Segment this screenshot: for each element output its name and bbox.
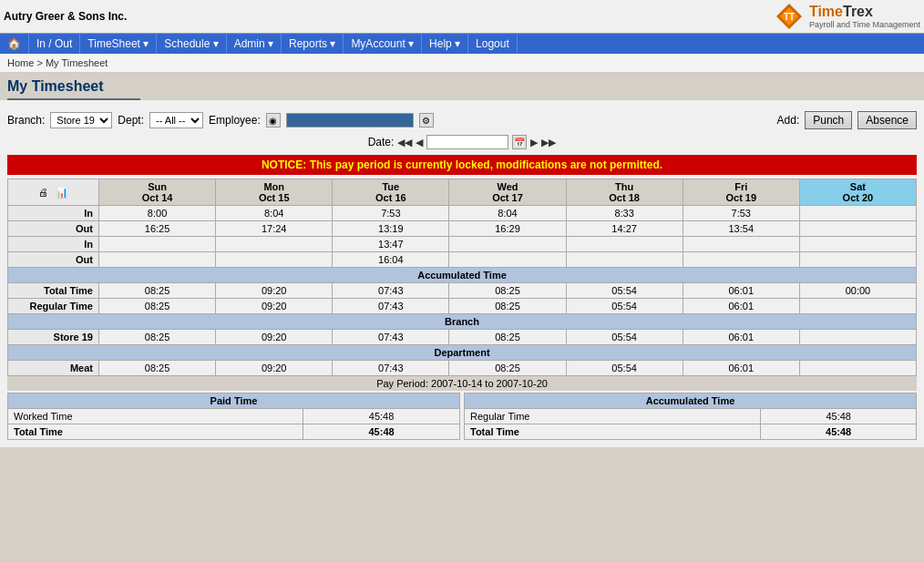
out2-wed <box>449 252 566 268</box>
in1-sun: 8:00 <box>99 206 216 221</box>
logo-time: Time <box>809 4 843 19</box>
in2-wed <box>449 237 566 252</box>
date-input[interactable]: 2007-10-20 <box>426 135 508 149</box>
date-next[interactable]: ▶ <box>530 137 538 148</box>
company-name: Autry Greer & Sons Inc. <box>4 10 127 23</box>
day-tue: TueOct 16 <box>333 179 449 206</box>
worked-time-label: Worked Time <box>8 409 303 424</box>
paid-total-label: Total Time <box>8 424 303 440</box>
logo-tagline: Payroll and Time Management <box>809 20 920 29</box>
in1-mon: 8:04 <box>216 206 333 221</box>
out1-mon: 17:24 <box>216 221 333 237</box>
nav-reports[interactable]: Reports ▾ <box>282 34 344 54</box>
out1-thu: 14:27 <box>566 221 683 237</box>
store19-mon: 09:20 <box>216 330 333 345</box>
branch-select[interactable]: Store 19 <box>50 112 112 128</box>
day-mon: MonOct 15 <box>216 179 333 206</box>
logo-icon: TT <box>775 2 804 31</box>
dept-header-row: Department <box>8 345 917 361</box>
reg-wed: 08:25 <box>449 299 566 314</box>
employee-icon-left[interactable]: ◉ <box>266 113 281 128</box>
dept-select[interactable]: -- All -- <box>149 112 203 128</box>
in2-mon <box>216 237 333 252</box>
worked-time-row: Worked Time 45:48 <box>8 409 460 424</box>
notice-prefix: NOTICE: <box>262 158 306 171</box>
paid-total-value: 45:48 <box>303 424 460 440</box>
reg-sat <box>799 299 916 314</box>
total-sat: 00:00 <box>799 283 916 299</box>
store19-sat <box>799 330 916 345</box>
nav-help[interactable]: Help ▾ <box>422 34 468 54</box>
dept-label: Dept: <box>118 114 144 127</box>
row-regular-time: Regular Time 08:25 09:20 07:43 08:25 05:… <box>8 299 917 314</box>
dept-header: Department <box>8 345 917 361</box>
acc-regular-row: Regular Time 45:48 <box>465 409 917 424</box>
employee-icon-right[interactable]: ⚙ <box>419 113 434 128</box>
out2-mon <box>216 252 333 268</box>
print-icon[interactable]: 🖨 <box>38 187 48 198</box>
total-time-label: Total Time <box>8 283 99 299</box>
paid-total-row: Total Time 45:48 <box>8 424 460 440</box>
nav-timesheet[interactable]: TimeSheet ▾ <box>80 34 157 54</box>
branch-header: Branch <box>8 314 917 330</box>
nav-in-out[interactable]: In / Out <box>29 34 80 54</box>
calendar-icon[interactable]: 📅 <box>512 135 527 149</box>
date-prev-prev[interactable]: ◀◀ <box>397 137 412 148</box>
acc-regular-label: Regular Time <box>465 409 761 424</box>
store19-label: Store 19 <box>8 330 99 345</box>
nav-home[interactable]: 🏠 <box>0 34 29 54</box>
out2-fri <box>683 252 799 268</box>
date-next-next[interactable]: ▶▶ <box>541 137 556 148</box>
punch-button[interactable]: Punch <box>805 111 852 129</box>
page-title: My Timesheet <box>7 78 140 100</box>
store19-tue: 07:43 <box>333 330 449 345</box>
breadcrumb: Home > My Timesheet <box>0 54 924 73</box>
employee-input[interactable] <box>286 113 414 128</box>
absence-button[interactable]: Absence <box>857 111 917 129</box>
export-icon[interactable]: 📊 <box>56 187 68 198</box>
logo-text-area: TimeTrex Payroll and Time Management <box>809 4 920 29</box>
out1-tue: 13:19 <box>333 221 449 237</box>
icons-cell: 🖨 📊 <box>8 179 99 206</box>
out2-sat <box>799 252 916 268</box>
meat-label: Meat <box>8 361 99 376</box>
out2-tue: 16:04 <box>333 252 449 268</box>
row-out2: Out 16:04 <box>8 252 917 268</box>
worked-time-value: 45:48 <box>303 409 460 424</box>
nav-admin[interactable]: Admin ▾ <box>227 34 282 54</box>
acc-total-value: 45:48 <box>761 424 917 440</box>
day-sat: SatOct 20 <box>799 179 916 206</box>
in2-label: In <box>8 237 99 252</box>
store19-wed: 08:25 <box>449 330 566 345</box>
reg-mon: 09:20 <box>216 299 333 314</box>
nav-myaccount[interactable]: MyAccount ▾ <box>344 34 422 54</box>
out2-label: Out <box>8 252 99 268</box>
branch-label: Branch: <box>7 114 45 127</box>
timesheet-table: 🖨 📊 SunOct 14 MonOct 15 TueOct 16 WedOct… <box>7 179 917 376</box>
row-total-time: Total Time 08:25 09:20 07:43 08:25 05:54… <box>8 283 917 299</box>
row-meat: Meat 08:25 09:20 07:43 08:25 05:54 06:01 <box>8 361 917 376</box>
row-in1: In 8:00 8:04 7:53 8:04 8:33 7:53 <box>8 206 917 221</box>
day-fri: FriOct 19 <box>683 179 799 206</box>
notice-message: This pay period is currently locked, mod… <box>310 158 662 171</box>
meat-sat <box>799 361 916 376</box>
store19-thu: 05:54 <box>566 330 683 345</box>
nav-bar: 🏠 In / Out TimeSheet ▾ Schedule ▾ Admin … <box>0 34 924 54</box>
in1-tue: 7:53 <box>333 206 449 221</box>
in2-sun <box>99 237 216 252</box>
employee-label: Employee: <box>209 114 261 127</box>
acc-regular-value: 45:48 <box>761 409 917 424</box>
out1-sun: 16:25 <box>99 221 216 237</box>
date-prev[interactable]: ◀ <box>416 137 423 148</box>
date-row: Date: ◀◀ ◀ 2007-10-20 📅 ▶ ▶▶ <box>7 133 917 151</box>
out2-sun <box>99 252 216 268</box>
out1-sat <box>799 221 916 237</box>
nav-logout[interactable]: Logout <box>468 34 518 54</box>
total-fri: 06:01 <box>683 283 799 299</box>
in2-sat <box>799 237 916 252</box>
nav-schedule[interactable]: Schedule ▾ <box>157 34 226 54</box>
in1-label: In <box>8 206 99 221</box>
logo-trex: Trex <box>843 4 873 19</box>
meat-thu: 05:54 <box>566 361 683 376</box>
accumulated-time-header: Accumulated Time <box>465 393 917 409</box>
